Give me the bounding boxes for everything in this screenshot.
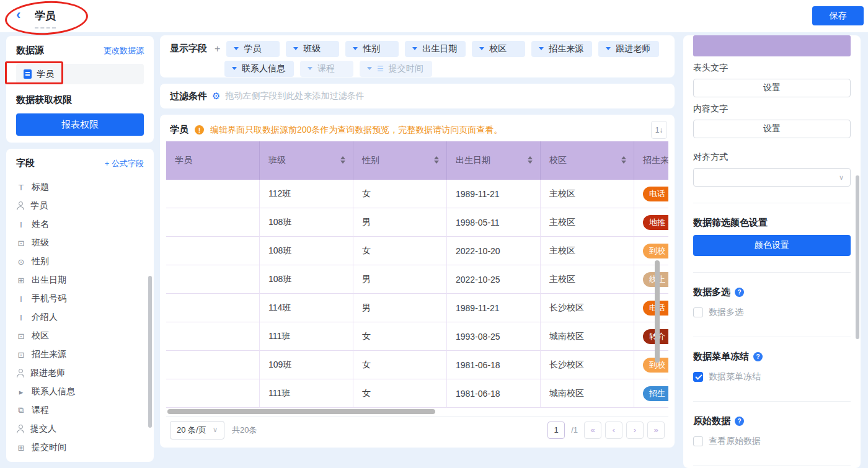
field-item-teacher[interactable]: 跟进老师 xyxy=(16,364,144,382)
field-item-title[interactable]: T标题 xyxy=(16,178,144,196)
fields-scrollbar-thumb[interactable] xyxy=(148,276,152,428)
cell-campus: 主校区 xyxy=(541,208,634,237)
content-text-label: 内容文字 xyxy=(693,104,851,115)
field-item-phone[interactable]: I手机号码 xyxy=(16,289,144,308)
field-item-campus[interactable]: ⊡校区 xyxy=(16,327,144,345)
column-header-gender[interactable]: 性别 xyxy=(353,141,447,180)
divider xyxy=(693,401,851,402)
cell-birthdate: 1989-11-21 xyxy=(447,294,541,322)
checkbox-checked[interactable] xyxy=(693,372,703,382)
field-item-birthdate[interactable]: ⊞出生日期 xyxy=(16,271,144,289)
color-settings-button[interactable]: 颜色设置 xyxy=(693,235,851,256)
chip-contact-info[interactable]: 联系人信息 xyxy=(224,61,294,77)
raw-data-checkbox-row[interactable]: 查看原始数据 xyxy=(693,436,851,447)
column-header-student[interactable]: 学员 xyxy=(166,141,260,180)
person-icon xyxy=(16,201,25,210)
cell-source: 电话 xyxy=(634,294,668,322)
title-icon: T xyxy=(16,183,26,192)
field-item-contact-info[interactable]: ▸联系人信息 xyxy=(16,382,144,401)
chip-course[interactable]: 课程 xyxy=(300,61,353,77)
cell-birthdate: 1989-11-21 xyxy=(447,180,541,208)
column-header-birthdate[interactable]: 出生日期 xyxy=(447,141,541,180)
sort-icon[interactable] xyxy=(434,156,439,164)
table-panel: 学员 编辑界面只取数据源前200条作为查询数据预览，完整数据请访问页面查看。 1… xyxy=(160,115,675,448)
first-page-button[interactable]: « xyxy=(584,422,601,439)
field-item-gender[interactable]: ⊙性别 xyxy=(16,252,144,271)
chip-class[interactable]: 班级 xyxy=(286,41,339,57)
formula-field-link[interactable]: + 公式字段 xyxy=(105,158,144,169)
cell-class: 109班 xyxy=(260,351,353,379)
chevron-down-icon xyxy=(479,47,484,50)
field-item-course[interactable]: ⧉课程 xyxy=(16,401,144,420)
chip-gender[interactable]: 性别 xyxy=(345,41,399,57)
chip-birthdate[interactable]: 出生日期 xyxy=(405,41,466,57)
checkbox-unchecked[interactable] xyxy=(693,436,703,446)
menu-freeze-checkbox-row[interactable]: 数据菜单冻结 xyxy=(693,371,851,382)
gear-icon[interactable]: ⚙ xyxy=(212,91,220,102)
raw-data-heading: 原始数据 xyxy=(693,415,851,427)
field-item-submit-time[interactable]: ⊞提交时间 xyxy=(16,438,144,457)
cell-class: 108班 xyxy=(260,237,353,265)
sort-order-button[interactable]: 1↓ xyxy=(651,121,667,139)
last-page-button[interactable]: » xyxy=(647,422,665,439)
align-select[interactable]: ∨ xyxy=(693,168,851,187)
help-icon[interactable] xyxy=(753,352,763,361)
field-item-submitter[interactable]: 提交人 xyxy=(16,420,144,438)
sort-icon[interactable] xyxy=(621,156,626,164)
chevron-down-icon: ∨ xyxy=(839,174,844,182)
field-item-class[interactable]: ⊡班级 xyxy=(16,234,144,252)
header-color-swatch[interactable] xyxy=(693,35,851,56)
source-badge: 到校 xyxy=(643,244,668,258)
chevron-down-icon xyxy=(412,47,417,50)
divider xyxy=(693,272,851,273)
chip-teacher[interactable]: 跟进老师 xyxy=(598,41,659,57)
relation-icon: ⧉ xyxy=(16,405,26,415)
page-size-select[interactable]: 20 条/页 ∨ xyxy=(170,421,224,439)
cell-source: 招生 xyxy=(634,379,668,408)
page-number-input[interactable]: 1 xyxy=(547,422,565,439)
column-header-class[interactable]: 班级 xyxy=(260,141,353,180)
chevron-down-icon xyxy=(293,47,298,50)
sort-icon[interactable] xyxy=(340,156,345,164)
chevron-down-icon: ∨ xyxy=(213,426,218,434)
table-vertical-scrollbar-thumb[interactable] xyxy=(655,260,660,363)
cell-gender: 男 xyxy=(353,265,447,294)
next-page-button[interactable]: › xyxy=(626,422,644,439)
field-item-student[interactable]: 学员 xyxy=(16,196,144,215)
prev-page-button[interactable]: ‹ xyxy=(605,422,622,439)
table-horizontal-scrollbar-thumb[interactable] xyxy=(167,409,435,414)
report-permission-button[interactable]: 报表权限 xyxy=(16,113,144,136)
cell-class: 108班 xyxy=(260,208,353,237)
field-item-source[interactable]: ⊡招生来源 xyxy=(16,345,144,364)
cell-student xyxy=(166,208,260,237)
chip-submit-time[interactable]: ☰提交时间 xyxy=(360,61,432,77)
cell-campus: 主校区 xyxy=(541,265,634,294)
sort-icon[interactable] xyxy=(528,156,533,164)
filter-hint: 拖动左侧字段到此处来添加过滤条件 xyxy=(225,91,364,102)
align-label: 对齐方式 xyxy=(693,152,851,163)
content-text-settings-button[interactable]: 设置 xyxy=(693,120,851,138)
chip-student[interactable]: 学员 xyxy=(226,41,280,57)
back-icon[interactable]: ‹ xyxy=(16,7,20,23)
cell-campus: 长沙校区 xyxy=(541,294,634,322)
change-datasource-link[interactable]: 更改数据源 xyxy=(104,45,144,56)
field-item-name[interactable]: I姓名 xyxy=(16,215,144,234)
help-icon[interactable] xyxy=(735,417,744,426)
add-field-button[interactable]: + xyxy=(215,43,220,55)
right-panel-scrollbar-thumb[interactable] xyxy=(856,175,859,339)
chip-campus[interactable]: 校区 xyxy=(472,41,525,57)
save-button[interactable]: 保存 xyxy=(812,6,864,25)
cell-birthdate: 1993-08-25 xyxy=(447,322,541,351)
column-header-campus[interactable]: 校区 xyxy=(541,141,634,180)
multi-select-checkbox-row[interactable]: 数据多选 xyxy=(693,307,851,318)
chip-source[interactable]: 招生来源 xyxy=(531,41,592,57)
datasource-item-student[interactable]: 学员 xyxy=(16,64,144,84)
column-header-source[interactable]: 招生来源 xyxy=(634,141,668,180)
checkbox-unchecked[interactable] xyxy=(693,307,703,317)
expand-icon: ▸ xyxy=(16,387,26,397)
page-total: /1 xyxy=(571,425,578,435)
field-item-referrer[interactable]: I介绍人 xyxy=(16,308,144,327)
header-text-settings-button[interactable]: 设置 xyxy=(693,79,851,97)
chevron-down-icon xyxy=(606,47,611,50)
help-icon[interactable] xyxy=(735,288,744,297)
